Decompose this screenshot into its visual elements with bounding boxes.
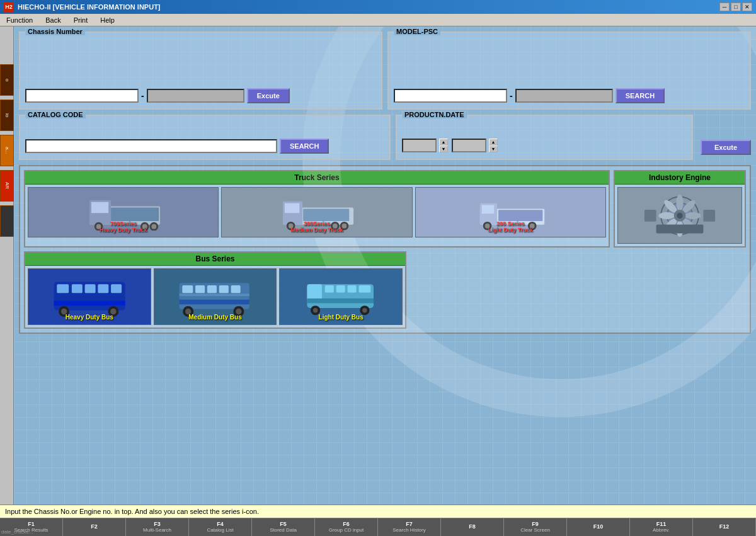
svg-rect-12 [285, 203, 299, 213]
fn-key-f3[interactable]: F3 Multi-Search [126, 518, 189, 536]
fn-key-f2[interactable]: F2 [63, 518, 126, 536]
model-panel: MODEL-PSC - SEARCH [387, 31, 751, 110]
fn-key-f5[interactable]: F5 Stored Data [252, 518, 315, 536]
sidebar-tab-5[interactable] [0, 205, 14, 237]
series-section: Truck Series [19, 165, 751, 334]
menu-help[interactable]: Help [96, 16, 118, 25]
svg-rect-2 [91, 202, 108, 213]
svg-rect-9 [111, 207, 159, 220]
fn-key-f11[interactable]: F11 Abbrev. [630, 518, 693, 536]
svg-point-8 [152, 224, 157, 229]
chassis-input-row: - Excute [25, 88, 376, 103]
heavy-duty-bus-card[interactable]: Heavy Duty Bus [28, 268, 151, 325]
menu-back[interactable]: Back [42, 16, 64, 25]
sidebar-tab-1[interactable]: o [0, 64, 14, 96]
light-duty-bus-card[interactable]: Light Duty Bus [279, 268, 403, 325]
svg-rect-48 [98, 284, 108, 293]
industry-engine-header: Industory Engine [615, 171, 745, 185]
fn-key-f9[interactable]: F9 Clear Screen [504, 518, 567, 536]
svg-rect-27 [498, 210, 542, 221]
fn-f11-desc: Abbrev. [653, 528, 670, 533]
fn-key-f12[interactable]: F12 [693, 518, 756, 536]
minimize-button[interactable]: ─ [719, 3, 730, 11]
catalog-input[interactable] [25, 139, 277, 153]
fn-f6-desc: Group CD input [329, 528, 364, 533]
bus-series-container: Bus Series [24, 251, 406, 329]
truck-engine-row: Truck Series [24, 170, 746, 248]
chassis-separator: - [141, 91, 144, 101]
catalog-search-button[interactable]: SEARCH [280, 139, 329, 154]
medium-duty-truck-card[interactable]: 300SeriesMedium Duty Truck [221, 187, 412, 237]
menu-print[interactable]: Print [70, 16, 92, 25]
sidebar-tab-4[interactable]: AR [0, 170, 14, 202]
maximize-button[interactable]: □ [731, 3, 741, 11]
svg-rect-47 [84, 284, 95, 293]
svg-point-75 [313, 308, 318, 313]
chassis-execute-button[interactable]: Excute [247, 88, 290, 103]
svg-point-36 [658, 212, 675, 219]
chassis-input-2[interactable] [147, 89, 244, 103]
fn-key-f7[interactable]: F7 Search History [378, 518, 441, 536]
chassis-input-1[interactable] [25, 89, 139, 103]
menu-bar: Function Back Print Help [0, 14, 756, 26]
svg-rect-58 [207, 285, 217, 293]
industry-engine-card[interactable] [617, 187, 742, 244]
fn-key-f10[interactable]: F10 [567, 518, 630, 536]
heavy-duty-truck-card[interactable]: 700SeriesHeavy Duty Truck [28, 187, 219, 237]
heavy-duty-truck-label: 700SeriesHeavy Duty Truck [100, 220, 147, 233]
spin-up-2[interactable]: ▲ [489, 139, 498, 145]
truck-series-header: Truck Series [25, 171, 609, 185]
svg-rect-68 [307, 284, 322, 300]
heavy-duty-bus-label: Heavy Duty Bus [66, 314, 113, 321]
close-button[interactable]: ✕ [742, 3, 752, 11]
medium-duty-bus-card[interactable]: Medium Duty Bus [154, 268, 277, 325]
catalog-input-row: SEARCH [25, 139, 384, 154]
engine-svg [618, 192, 742, 239]
light-duty-truck-card[interactable]: 200 SeriesLight Duty Truck [415, 187, 606, 237]
content-area: Chassis Number - Excute MODEL-PSC - SEAR… [14, 26, 756, 505]
spin-down-1[interactable]: ▼ [439, 145, 448, 152]
svg-rect-61 [180, 300, 249, 305]
svg-rect-70 [336, 285, 345, 292]
model-search-button[interactable]: SEARCH [616, 88, 665, 103]
window-title: HIECHO-II [VEHICLE INFORMATION INPUT] [18, 3, 161, 11]
fn-f5-desc: Stored Data [270, 528, 297, 533]
light-duty-truck-label: 200 SeriesLight Duty Truck [488, 220, 533, 233]
production-execute-button[interactable]: Excute [701, 140, 751, 155]
svg-rect-22 [481, 205, 494, 214]
model-input-row: - SEARCH [394, 88, 745, 103]
fn-f4-desc: Catalog List [207, 528, 233, 533]
model-input-2[interactable] [515, 89, 613, 103]
spin-up-1[interactable]: ▲ [439, 139, 448, 145]
upper-section: Chassis Number - Excute MODEL-PSC - SEAR… [19, 31, 751, 110]
sidebar-tab-3[interactable]: a... [0, 135, 14, 166]
svg-rect-46 [72, 284, 83, 293]
catalog-panel: CATALOG CODE SEARCH [19, 115, 391, 160]
production-year-input[interactable] [402, 139, 437, 152]
chassis-panel: Chassis Number - Excute [19, 31, 382, 110]
svg-rect-73 [307, 299, 374, 304]
menu-function[interactable]: Function [3, 16, 37, 25]
bus-row-spacer [410, 251, 542, 329]
svg-rect-42 [656, 224, 704, 233]
sidebar-tab-2[interactable]: io [0, 100, 14, 131]
fn-f3-desc: Multi-Search [143, 528, 171, 533]
fn-key-f8[interactable]: F8 [441, 518, 504, 536]
fn-key-f6[interactable]: F6 Group CD input [315, 518, 378, 536]
svg-rect-40 [644, 210, 656, 222]
svg-point-32 [684, 212, 701, 219]
fn-key-f4[interactable]: F4 Catalog List [189, 518, 252, 536]
svg-rect-69 [325, 285, 334, 292]
truck-series-container: Truck Series [24, 170, 610, 248]
production-input-row: ▲ ▼ ▲ ▼ [402, 139, 687, 152]
svg-point-39 [677, 212, 682, 218]
bus-row: Bus Series [24, 251, 746, 329]
spin-down-2[interactable]: ▼ [489, 145, 498, 152]
fn-f12-label: F12 [719, 524, 730, 530]
production-month-input[interactable] [452, 139, 486, 152]
title-bar: H2 HIECHO-II [VEHICLE INFORMATION INPUT]… [0, 0, 756, 14]
model-input-1[interactable] [394, 89, 507, 103]
status-message: Input the Chassis No.or Engine no. in to… [5, 508, 259, 515]
model-panel-title: MODEL-PSC [394, 28, 440, 35]
svg-rect-49 [111, 284, 122, 293]
